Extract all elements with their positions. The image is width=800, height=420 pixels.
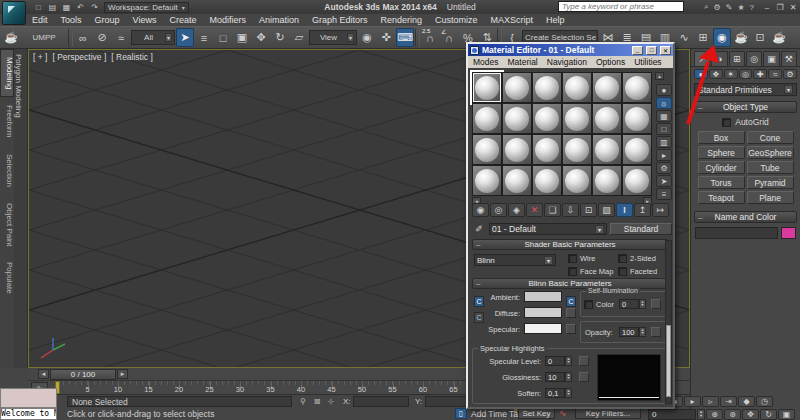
material-sample-slot[interactable]: [562, 165, 592, 196]
material-sample-slot[interactable]: [562, 103, 592, 134]
opacity-map-button[interactable]: [651, 327, 661, 337]
video-color-check-button[interactable]: ▥: [656, 136, 672, 148]
checkbox[interactable]: [618, 254, 627, 263]
material-sample-slot[interactable]: [502, 165, 532, 196]
angle-snap-toggle[interactable]: ∠∩: [440, 28, 458, 47]
specular-level-map-button[interactable]: [579, 356, 589, 366]
shader-option[interactable]: Faceted: [618, 265, 668, 278]
bind-to-space-warp-button[interactable]: ≈: [112, 28, 130, 47]
select-object-button[interactable]: ➤: [176, 28, 194, 47]
search-icon[interactable]: ⌕: [704, 2, 708, 12]
utilities-tab[interactable]: ⚒: [781, 51, 797, 66]
menu-item[interactable]: Customize: [435, 15, 478, 25]
material-editor-button[interactable]: ◉: [713, 28, 731, 47]
ribbon-tab[interactable]: Object Paint: [0, 195, 14, 255]
primitive-button[interactable]: GeoSphere: [747, 146, 794, 159]
material-sample-slot[interactable]: [532, 134, 562, 165]
menu-item[interactable]: Views: [133, 15, 157, 25]
ribbon-tab[interactable]: Modeling: [0, 49, 14, 97]
menu-item[interactable]: Tools: [61, 15, 82, 25]
material-type-button[interactable]: Standard: [610, 223, 672, 235]
self-illumination-map-button[interactable]: [651, 299, 661, 309]
put-to-library-button[interactable]: ⇩: [562, 203, 579, 217]
frame-spinner[interactable]: ▲▼: [697, 409, 705, 420]
dialog-minimize-button[interactable]: _: [632, 46, 643, 55]
curve-editor-button[interactable]: ∿: [675, 28, 693, 47]
material-sample-slot[interactable]: [532, 103, 562, 134]
make-preview-button[interactable]: ▸: [656, 149, 672, 161]
keyboard-shortcut-override-toggle[interactable]: ⌨: [396, 28, 414, 47]
menu-item[interactable]: Rendering: [381, 15, 423, 25]
material-sample-slot[interactable]: [592, 165, 622, 196]
sample-uv-tiling-button[interactable]: □: [656, 123, 672, 135]
material-sample-slot[interactable]: [472, 103, 502, 134]
shader-basic-parameters-rollout[interactable]: – Shader Basic Parameters: [472, 239, 668, 250]
helpers-button[interactable]: ✚: [753, 69, 767, 79]
assign-material-to-selection-button[interactable]: ◈: [508, 203, 525, 217]
add-time-tag-icon[interactable]: ▯: [455, 408, 467, 419]
wrench-icon[interactable]: ⚙: [714, 3, 721, 12]
material-sample-slot[interactable]: [502, 103, 532, 134]
current-frame-field[interactable]: 0: [648, 409, 696, 420]
mini-toolbar-teapot-button[interactable]: ☕: [2, 28, 20, 47]
select-and-scale-button[interactable]: ▱: [290, 28, 308, 47]
go-to-parent-button[interactable]: ↥: [634, 203, 651, 217]
menu-item[interactable]: Group: [95, 15, 120, 25]
unlink-selection-button[interactable]: ⊘: [93, 28, 111, 47]
checkbox[interactable]: [618, 267, 627, 276]
auto-key-curve-icon[interactable]: ∿: [559, 408, 567, 418]
shader-option[interactable]: Face Map: [568, 265, 618, 278]
material-sample-slot[interactable]: [592, 103, 622, 134]
material-sample-slot[interactable]: [502, 72, 532, 103]
restore-button[interactable]: ❐: [775, 3, 785, 12]
specular-level-spinner[interactable]: ▲▼: [565, 356, 572, 366]
self-illumination-spinner[interactable]: ▲▼: [639, 299, 646, 309]
zoom-extents-button[interactable]: ⊛: [724, 409, 741, 420]
select-and-rotate-button[interactable]: ↻: [271, 28, 289, 47]
next-frame-arrow[interactable]: ▸: [117, 369, 128, 379]
object-color-swatch[interactable]: [781, 227, 796, 239]
ribbon-tab[interactable]: Selection: [0, 146, 14, 195]
play-animation-button[interactable]: ▸: [684, 396, 701, 407]
space-warps-button[interactable]: ≈: [768, 69, 782, 79]
search-input[interactable]: [558, 1, 684, 12]
lock-diffuse-specular-button[interactable]: C: [474, 312, 484, 323]
favorites-star-icon[interactable]: ★: [737, 3, 744, 12]
select-by-material-button[interactable]: ➤: [656, 175, 672, 187]
primitive-button[interactable]: Teapot: [698, 191, 745, 204]
material-id-channel-button[interactable]: ⊡: [580, 203, 597, 217]
primitive-button[interactable]: Tube: [747, 161, 794, 174]
window-crossing-toggle[interactable]: ▣: [233, 28, 251, 47]
ribbon-panel-polygon-modeling[interactable]: Polygon Modeling: [14, 49, 28, 368]
rendered-frame-window-button[interactable]: ⊡: [751, 28, 769, 47]
shader-option[interactable]: Wire: [568, 252, 618, 265]
3dsmax-logo-button[interactable]: [2, 1, 26, 25]
menu-item[interactable]: Animation: [259, 15, 299, 25]
shapes-button[interactable]: ❖: [709, 69, 723, 79]
time-slider-handle[interactable]: 0 / 100: [50, 369, 116, 380]
object-name-field[interactable]: [695, 227, 778, 239]
backlight-button[interactable]: ☼: [656, 97, 672, 109]
time-configuration-button[interactable]: ◷: [756, 396, 773, 407]
minimize-button[interactable]: –: [762, 3, 772, 12]
schematic-view-button[interactable]: ⊞: [694, 28, 712, 47]
get-material-button[interactable]: ◉: [472, 203, 489, 217]
create-tab[interactable]: ↗: [694, 51, 710, 66]
material-editor-titlebar[interactable]: Material Editor - 01 - Default _ □ ✕: [468, 44, 673, 56]
menu-item[interactable]: Edit: [32, 15, 48, 25]
category-dropdown[interactable]: Standard Primitives▾: [694, 83, 797, 96]
x-coordinate-field[interactable]: [353, 396, 409, 407]
self-illumination-value-field[interactable]: 0: [619, 299, 639, 309]
dialog-close-button[interactable]: ✕: [660, 46, 671, 55]
go-to-end-button[interactable]: ⇥: [720, 396, 737, 407]
save-file-icon[interactable]: ▦: [60, 1, 73, 13]
reset-map-button[interactable]: ✕: [526, 203, 543, 217]
show-shaded-material-in-viewport-button[interactable]: ▨: [598, 203, 615, 217]
lights-button[interactable]: ✶: [724, 69, 738, 79]
undo-icon[interactable]: ↶: [74, 1, 87, 13]
glossiness-field[interactable]: 10: [545, 372, 565, 382]
ambient-color-swatch[interactable]: [524, 291, 562, 302]
autogrid-checkbox[interactable]: [722, 118, 731, 127]
background-button[interactable]: ▦: [656, 110, 672, 122]
options-button[interactable]: ⚙: [656, 162, 672, 174]
